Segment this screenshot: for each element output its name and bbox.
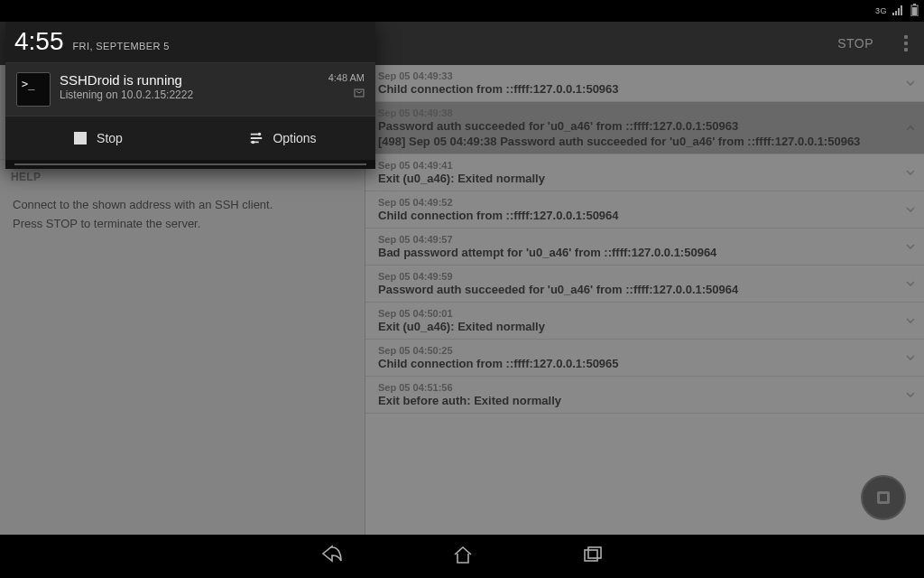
battery-icon	[910, 4, 919, 18]
android-status-bar[interactable]: 3G	[0, 0, 924, 22]
svg-rect-1	[895, 11, 897, 15]
svg-rect-2	[898, 8, 900, 15]
svg-rect-11	[588, 547, 601, 558]
svg-point-8	[258, 133, 262, 136]
svg-rect-10	[585, 550, 597, 561]
notification-action-stop[interactable]: Stop	[5, 117, 190, 160]
back-button[interactable]	[320, 545, 344, 568]
home-button[interactable]	[452, 545, 474, 568]
notification-action-stop-label: Stop	[97, 131, 123, 145]
notification-subtitle: Listening on 10.0.2.15:2222	[60, 89, 319, 101]
stop-icon	[73, 131, 88, 145]
shade-date: FRI, SEPTEMBER 5	[73, 41, 170, 51]
shade-clock: 4:55	[14, 27, 64, 56]
svg-rect-0	[892, 13, 894, 15]
notification-title: SSHDroid is running	[60, 72, 319, 88]
svg-point-9	[252, 141, 255, 144]
notification-action-options-label: Options	[273, 131, 316, 145]
shade-header[interactable]: 4:55 FRI, SEPTEMBER 5	[5, 22, 375, 63]
signal-icon	[892, 5, 905, 17]
notification-expand-icon	[328, 89, 365, 99]
svg-rect-3	[901, 5, 902, 15]
android-navigation-bar	[0, 535, 924, 578]
notification-action-options[interactable]: Options	[190, 117, 375, 160]
options-icon	[249, 131, 263, 145]
notification-time: 4:48 AM	[328, 72, 365, 83]
network-type-label: 3G	[875, 6, 887, 15]
notification-item[interactable]: SSHDroid is running Listening on 10.0.2.…	[5, 63, 375, 116]
notification-app-icon	[16, 72, 51, 107]
notification-shade[interactable]: 4:55 FRI, SEPTEMBER 5 SSHDroid is runnin…	[5, 22, 375, 169]
recents-button[interactable]	[582, 545, 604, 567]
shade-drag-handle[interactable]	[5, 160, 375, 169]
svg-rect-6	[912, 7, 917, 15]
